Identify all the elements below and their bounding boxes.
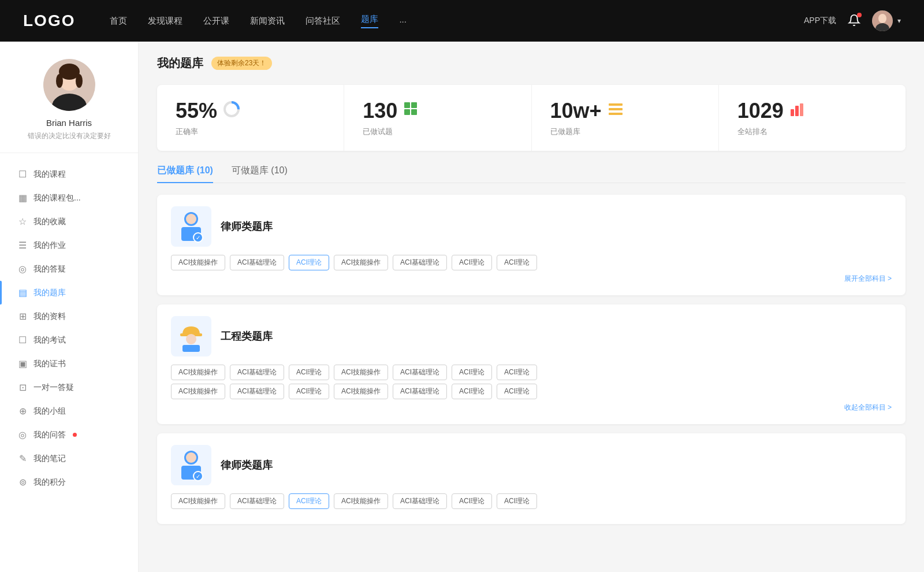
app-download-link[interactable]: APP下载 xyxy=(804,16,836,26)
sidebar-item-homework[interactable]: ☰ 我的作业 xyxy=(0,233,138,257)
tag-item[interactable]: ACI技能操作 xyxy=(171,255,225,270)
collapse-engineer1-link[interactable]: 收起全部科目 > xyxy=(171,403,892,413)
svg-rect-20 xyxy=(800,103,803,116)
svg-text:✓: ✓ xyxy=(196,235,200,241)
sidebar-item-points[interactable]: ⊚ 我的积分 xyxy=(0,470,138,494)
nav-qa[interactable]: 问答社区 xyxy=(305,16,340,27)
sidebar-item-one-on-one[interactable]: ⊡ 一对一答疑 xyxy=(0,376,138,399)
bank-card-lawyer1-header: ✓ 律师类题库 xyxy=(171,206,892,247)
lawyer2-tags: ACI技能操作 ACI基础理论 ACI理论 ACI技能操作 ACI基础理论 AC… xyxy=(171,493,892,509)
expand-lawyer1-link[interactable]: 展开全部科目 > xyxy=(171,274,892,284)
question2-icon: ◎ xyxy=(17,429,28,440)
lawyer-icon: ✓ xyxy=(177,211,206,243)
points-icon: ⊚ xyxy=(17,477,28,488)
sidebar-item-qa[interactable]: ◎ 我的答疑 xyxy=(0,257,138,281)
trial-badge: 体验剩余23天！ xyxy=(211,57,272,70)
rank-value: 1029 xyxy=(737,99,784,123)
sidebar-item-favorites[interactable]: ☆ 我的收藏 xyxy=(0,210,138,233)
bank-card-engineer1-header: 工程类题库 xyxy=(171,316,892,356)
tag-item[interactable]: ACI基础理论 xyxy=(393,384,447,399)
bank-card-engineer1: 工程类题库 ACI技能操作 ACI基础理论 ACI理论 ACI技能操作 ACI基… xyxy=(157,304,906,424)
tag-item[interactable]: ACI技能操作 xyxy=(334,255,388,270)
chat-icon: ⊡ xyxy=(17,382,28,393)
lawyer1-tags: ACI技能操作 ACI基础理论 ACI理论 ACI技能操作 ACI基础理论 AC… xyxy=(171,255,892,270)
notification-bell-icon[interactable] xyxy=(848,14,860,28)
sidebar-item-question-bank[interactable]: ▤ 我的题库 xyxy=(0,281,138,304)
nav-discover[interactable]: 发现课程 xyxy=(148,16,182,27)
svg-point-31 xyxy=(186,452,196,463)
tag-item-active[interactable]: ACI理论 xyxy=(289,255,329,270)
tag-item[interactable]: ACI基础理论 xyxy=(230,255,284,270)
people-icon: ⊞ xyxy=(17,311,28,322)
tag-item[interactable]: ACI理论 xyxy=(452,365,492,380)
tag-item[interactable]: ACI基础理论 xyxy=(393,365,447,380)
nav-news[interactable]: 新闻资讯 xyxy=(250,16,285,27)
profile-motto: 错误的决定比没有决定要好 xyxy=(12,131,126,141)
sidebar-item-my-questions[interactable]: ◎ 我的问答 xyxy=(0,423,138,447)
svg-point-1 xyxy=(878,14,886,23)
list-icon xyxy=(608,101,624,121)
tag-item[interactable]: ACI技能操作 xyxy=(171,384,225,399)
navbar-right: APP下载 ▾ xyxy=(804,10,901,31)
svg-rect-12 xyxy=(411,102,417,108)
user-avatar-dropdown[interactable]: ▾ xyxy=(872,10,901,31)
tag-item[interactable]: ACI技能操作 xyxy=(171,365,225,380)
tag-item[interactable]: ACI理论 xyxy=(497,365,537,380)
main-wrapper: Brian Harris 错误的决定比没有决定要好 ☐ 我的课程 ▦ 我的课程包… xyxy=(0,42,924,572)
done-banks-label: 已做题库 xyxy=(550,127,700,137)
tag-item[interactable]: ACI基础理论 xyxy=(230,493,284,509)
tag-item[interactable]: ACI理论 xyxy=(497,255,537,270)
stat-rank: 1029 全站排名 xyxy=(719,85,906,151)
tag-item[interactable]: ACI理论 xyxy=(452,493,492,509)
exam-icon: ☐ xyxy=(17,335,28,346)
tag-item[interactable]: ACI理论 xyxy=(497,493,537,509)
tag-item[interactable]: ACI理论 xyxy=(452,255,492,270)
tag-item[interactable]: ACI技能操作 xyxy=(334,365,388,380)
tag-item[interactable]: ACI基础理论 xyxy=(393,493,447,509)
logo[interactable]: LOGO xyxy=(23,12,75,30)
nav-more[interactable]: ··· xyxy=(399,16,407,26)
nav-question-bank[interactable]: 题库 xyxy=(361,14,378,28)
tag-item[interactable]: ACI理论 xyxy=(497,384,537,399)
bank-name-engineer1: 工程类题库 xyxy=(221,329,273,343)
sidebar-item-notes[interactable]: ✎ 我的笔记 xyxy=(0,447,138,470)
tabs-row: 已做题库 (10) 可做题库 (10) xyxy=(157,165,906,183)
tag-item[interactable]: ACI理论 xyxy=(289,365,329,380)
nav-open-course[interactable]: 公开课 xyxy=(203,16,229,27)
stat-done-questions: 130 已做试题 xyxy=(344,85,531,151)
tag-item[interactable]: ACI基础理论 xyxy=(393,255,447,270)
svg-rect-18 xyxy=(791,109,794,116)
stat-done-banks: 10w+ 已做题库 xyxy=(532,85,719,151)
sidebar-item-materials[interactable]: ⊞ 我的资料 xyxy=(0,304,138,328)
sidebar-profile: Brian Harris 错误的决定比没有决定要好 xyxy=(0,59,138,153)
tag-item[interactable]: ACI技能操作 xyxy=(171,493,225,509)
tag-item[interactable]: ACI技能操作 xyxy=(334,384,388,399)
sidebar-item-exams[interactable]: ☐ 我的考试 xyxy=(0,328,138,352)
engineer1-tags-row2: ACI技能操作 ACI基础理论 ACI理论 ACI技能操作 ACI基础理论 AC… xyxy=(171,384,892,399)
tag-item-active[interactable]: ACI理论 xyxy=(289,493,329,509)
svg-rect-14 xyxy=(411,109,417,115)
lawyer-bank-icon-wrap: ✓ xyxy=(171,206,211,247)
tag-item[interactable]: ACI技能操作 xyxy=(334,493,388,509)
tag-item[interactable]: ACI基础理论 xyxy=(230,365,284,380)
sidebar-item-groups[interactable]: ⊕ 我的小组 xyxy=(0,399,138,423)
nav-menu: 首页 发现课程 公开课 新闻资讯 问答社区 题库 ··· xyxy=(110,14,804,28)
tag-item[interactable]: ACI基础理论 xyxy=(230,384,284,399)
bank-card-lawyer2-header: ✓ 律师类题库 xyxy=(171,445,892,485)
svg-rect-11 xyxy=(404,102,410,108)
svg-rect-13 xyxy=(404,109,410,115)
sidebar-item-my-courses[interactable]: ☐ 我的课程 xyxy=(0,162,138,186)
correct-rate-label: 正确率 xyxy=(176,127,325,137)
tab-available-banks[interactable]: 可做题库 (10) xyxy=(232,165,288,183)
svg-point-7 xyxy=(56,74,63,88)
sidebar-item-course-packages[interactable]: ▦ 我的课程包... xyxy=(0,186,138,210)
svg-point-23 xyxy=(186,214,196,224)
bar-chart-rank-icon xyxy=(789,101,806,121)
bank-name-lawyer1: 律师类题库 xyxy=(221,220,273,233)
nav-home[interactable]: 首页 xyxy=(110,16,127,27)
sidebar-item-certificates[interactable]: ▣ 我的证书 xyxy=(0,352,138,376)
tag-item[interactable]: ACI理论 xyxy=(452,384,492,399)
tag-item[interactable]: ACI理论 xyxy=(289,384,329,399)
tab-done-banks[interactable]: 已做题库 (10) xyxy=(157,165,213,183)
svg-rect-19 xyxy=(795,106,799,116)
